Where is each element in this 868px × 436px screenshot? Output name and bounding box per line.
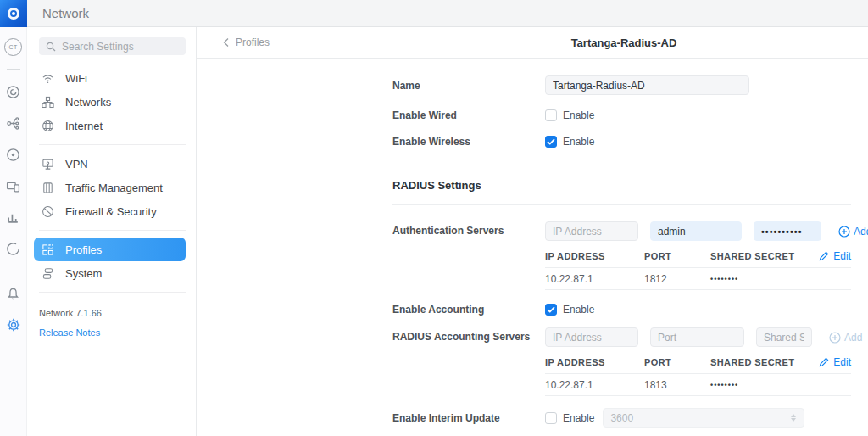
auth-col-shared-secret: SHARED SECRET <box>710 251 819 261</box>
system-icon <box>42 267 54 280</box>
radius-accounting-servers-label: RADIUS Accounting Servers <box>392 327 545 347</box>
radius-settings-heading: RADIUS Settings <box>392 179 851 192</box>
search-placeholder: Search Settings <box>62 41 134 53</box>
settings-gear-icon[interactable] <box>4 316 23 334</box>
divider <box>545 289 851 290</box>
traffic-icon <box>42 182 54 194</box>
auth-username-input[interactable] <box>650 221 742 241</box>
divider <box>545 395 851 396</box>
sidebar-item-firewall-security[interactable]: Firewall & Security <box>34 199 186 223</box>
check-icon <box>547 138 555 145</box>
page-title: Tartanga-Radius-AD <box>571 36 677 49</box>
enable-wireless-label: Enable Wireless <box>392 136 545 148</box>
accounting-ip-address-input[interactable] <box>545 327 638 347</box>
authentication-servers-label: Authentication Servers <box>392 221 545 241</box>
vpn-icon <box>42 158 54 170</box>
unifi-logo[interactable] <box>0 0 27 27</box>
sidebar-item-traffic-management[interactable]: Traffic Management <box>34 176 186 199</box>
enable-interim-update-checkbox[interactable] <box>545 412 557 424</box>
sidebar-item-internet[interactable]: Internet <box>34 114 186 137</box>
pencil-icon <box>819 357 829 367</box>
profile-header: Profiles Tartanga-Radius-AD <box>197 27 868 59</box>
profile-form: Name Enable Wired Enable Enable Wireless… <box>197 59 868 428</box>
accounting-edit-button[interactable]: Edit <box>819 356 851 368</box>
interim-update-interval-input[interactable] <box>603 408 804 428</box>
accounting-server-row: 10.22.87.1 1813 •••••••• <box>545 374 851 395</box>
networks-icon <box>42 96 54 109</box>
settings-sidebar: Search Settings WiFi Networks Internet V… <box>27 27 197 436</box>
enable-wireless-checkbox[interactable] <box>545 136 557 148</box>
accounting-col-ip-address: IP ADDRESS <box>545 357 644 367</box>
statistics-icon[interactable] <box>4 208 23 226</box>
notifications-bell-icon[interactable] <box>4 284 23 303</box>
auth-edit-button[interactable]: Edit <box>819 250 851 262</box>
search-icon <box>46 42 56 52</box>
enable-wireless-checkbox-label: Enable <box>563 136 594 148</box>
icon-rail: CT <box>0 27 27 436</box>
account-avatar[interactable]: CT <box>4 37 23 56</box>
auth-col-ip-address: IP ADDRESS <box>545 251 644 261</box>
enable-wired-label: Enable Wired <box>392 109 545 121</box>
auth-add-button[interactable]: Add <box>838 226 868 238</box>
main-panel: Profiles Tartanga-Radius-AD Name Enable … <box>197 27 868 436</box>
release-notes-link[interactable]: Release Notes <box>39 327 196 338</box>
check-icon <box>547 306 555 313</box>
auth-server-row: 10.22.87.1 1812 •••••••• <box>545 268 851 289</box>
topology-icon[interactable] <box>4 114 23 132</box>
accounting-add-button[interactable]: Add <box>829 332 862 344</box>
wifi-icon <box>42 72 54 85</box>
chevron-left-icon <box>222 37 231 48</box>
divider <box>39 230 186 231</box>
divider <box>39 144 186 145</box>
radios-icon[interactable] <box>4 145 23 164</box>
divider <box>392 204 851 205</box>
auth-ip-address-input[interactable] <box>545 221 638 241</box>
sidebar-item-system[interactable]: System <box>34 261 186 285</box>
accounting-shared-secret-input[interactable] <box>756 327 812 347</box>
enable-wired-checkbox-label: Enable <box>563 109 594 121</box>
accounting-col-shared-secret: SHARED SECRET <box>710 357 819 367</box>
name-field[interactable] <box>545 75 749 95</box>
plus-circle-icon <box>829 332 841 344</box>
number-stepper-icon <box>791 414 796 422</box>
dashboard-dial-icon[interactable] <box>4 82 23 101</box>
accounting-port-input[interactable] <box>650 327 744 347</box>
firewall-icon <box>42 205 54 218</box>
top-bar: Network <box>0 0 868 27</box>
sidebar-item-profiles[interactable]: Profiles <box>34 238 186 261</box>
unifi-logo-icon <box>8 8 19 20</box>
plus-circle-icon <box>838 226 850 238</box>
enable-accounting-checkbox-label: Enable <box>563 304 594 316</box>
sidebar-item-networks[interactable]: Networks <box>34 90 186 114</box>
divider <box>7 271 20 271</box>
enable-accounting-checkbox[interactable] <box>545 304 557 316</box>
insights-icon[interactable] <box>4 239 23 258</box>
version-label: Network 7.1.66 <box>39 308 196 318</box>
clients-devices-icon[interactable] <box>4 176 23 195</box>
sidebar-item-wifi[interactable]: WiFi <box>34 66 186 90</box>
enable-wired-checkbox[interactable] <box>545 109 557 121</box>
sidebar-item-vpn[interactable]: VPN <box>34 152 186 176</box>
search-input[interactable]: Search Settings <box>39 37 186 55</box>
divider <box>39 292 186 293</box>
enable-accounting-label: Enable Accounting <box>392 304 545 316</box>
profiles-icon <box>42 243 54 256</box>
pencil-icon <box>819 251 829 261</box>
divider <box>7 69 20 70</box>
back-to-profiles-link[interactable]: Profiles <box>222 36 270 48</box>
globe-icon <box>42 120 54 132</box>
accounting-col-port: PORT <box>644 357 710 367</box>
name-label: Name <box>392 80 545 92</box>
app-title: Network <box>42 6 89 20</box>
auth-col-port: PORT <box>644 251 710 261</box>
auth-shared-secret-input[interactable] <box>754 221 821 241</box>
enable-interim-update-checkbox-label: Enable <box>563 412 594 424</box>
enable-interim-update-label: Enable Interim Update <box>392 412 545 424</box>
